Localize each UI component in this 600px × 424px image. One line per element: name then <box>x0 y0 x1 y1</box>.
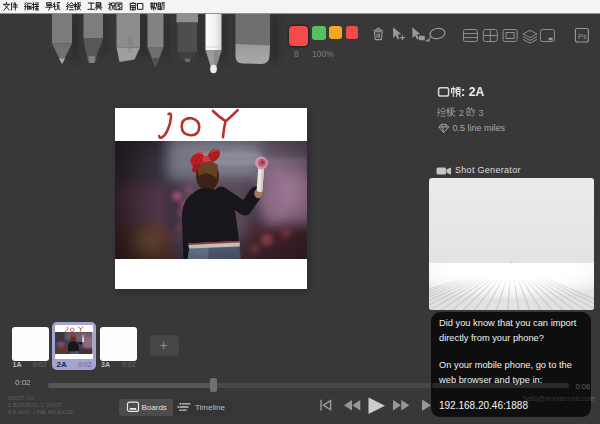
svg-text:PASTEL: PASTEL <box>127 36 132 53</box>
svg-text:Ps: Ps <box>578 32 587 41</box>
